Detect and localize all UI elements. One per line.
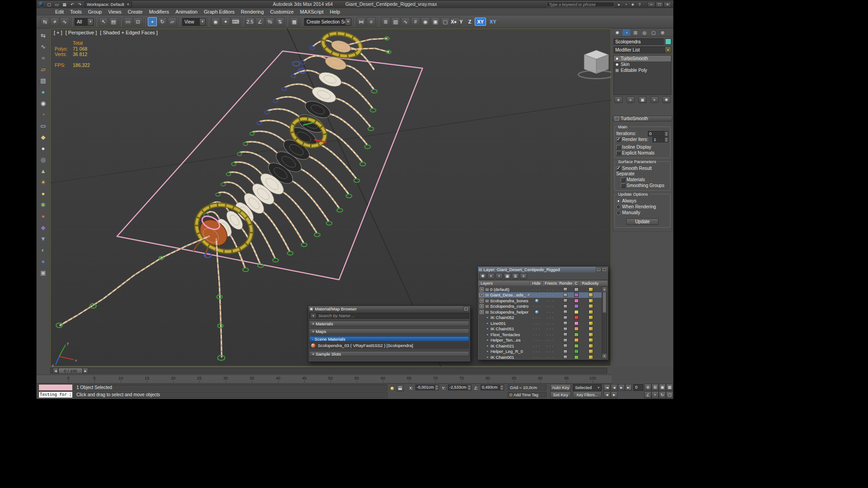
freeze-toggle[interactable]: - - -	[543, 293, 557, 296]
radiosity-toggle[interactable]	[580, 315, 602, 319]
hide-toggle[interactable]: - - -	[530, 305, 543, 308]
hide-toggle[interactable]: - - -	[530, 350, 543, 353]
communication-center-icon[interactable]: ◔	[623, 2, 629, 7]
macro-recorder-pane[interactable]	[38, 384, 73, 391]
materials-checkbox[interactable]	[621, 178, 625, 182]
freeze-toggle[interactable]: - - -	[543, 356, 557, 359]
left-toolbar-icon-20[interactable]: ◐	[39, 245, 48, 254]
hide-bulb-icon[interactable]	[535, 299, 538, 302]
layer-color-swatch[interactable]	[573, 293, 580, 297]
layer-row[interactable]: ▪Helper_Leg_R_0- - -- - -	[479, 349, 602, 355]
layer-row[interactable]: ▪Helper_Ten...es- - -- - -	[479, 338, 602, 343]
material-search-field[interactable]: ▼ Search by Name ...	[309, 313, 469, 319]
curve-editor-icon[interactable]: ∿	[401, 17, 410, 26]
select-object-icon[interactable]: ↖	[99, 17, 108, 26]
hide-toggle[interactable]: - - -	[530, 316, 543, 319]
left-toolbar-icon-21[interactable]: ●	[39, 257, 48, 266]
add-time-tag-button[interactable]: Add Time Tag	[508, 392, 547, 398]
left-toolbar-icon-11[interactable]: ●	[39, 144, 48, 153]
layer-color-swatch[interactable]	[573, 304, 580, 308]
edit-named-selection-sets-icon[interactable]: ▦	[290, 17, 299, 26]
radiosity-toggle[interactable]	[580, 299, 602, 303]
layer-row[interactable]: ▪Line001- - -- - -	[479, 320, 602, 326]
select-and-manipulate-icon[interactable]: ✦	[221, 17, 230, 26]
timeline-ruler[interactable]: 0510152025303540455055606570758085909510…	[37, 375, 612, 384]
freeze-toggle[interactable]: - - -	[543, 305, 557, 308]
object-name-field[interactable]: Scolopendra	[613, 38, 664, 45]
key-mode-dropdown[interactable]: Selected	[573, 384, 602, 391]
modify-tab-icon[interactable]: ◔	[623, 29, 630, 36]
left-toolbar-icon-16[interactable]: ✱	[39, 200, 48, 209]
layer-row[interactable]: +▤Giant_Dese...ede_R✓- - -- - -	[479, 292, 602, 298]
layer-color-swatch[interactable]	[573, 333, 580, 337]
window-crossing-icon[interactable]: ⊡	[133, 17, 142, 26]
delete-layer-icon[interactable]: ×	[487, 273, 495, 279]
maximize-button[interactable]: □	[656, 2, 663, 7]
hide-toggle[interactable]: - - -	[530, 288, 543, 291]
constraint-x-button[interactable]: X	[449, 18, 456, 26]
modifier-stack-item[interactable]: Skin	[614, 61, 671, 67]
radiosity-toggle[interactable]	[580, 287, 602, 291]
percent-snap-icon[interactable]: %	[265, 17, 274, 26]
zoom-icon[interactable]: ⊕	[644, 384, 651, 391]
freeze-toggle[interactable]: - - -	[543, 350, 557, 353]
render-toggle[interactable]	[557, 321, 573, 325]
menu-group[interactable]: Group	[85, 8, 105, 15]
layer-row[interactable]: +▤Scolopendra_bones- - -	[479, 298, 602, 304]
pan-icon[interactable]: +	[651, 391, 659, 399]
menu-help[interactable]: Help	[327, 8, 344, 15]
expand-icon[interactable]: +	[480, 304, 484, 308]
render-toggle[interactable]	[557, 333, 573, 336]
undo-icon[interactable]: ↶	[69, 1, 75, 7]
smoothing-groups-checkbox[interactable]	[621, 183, 625, 188]
hide-toggle[interactable]: - - -	[530, 333, 543, 336]
current-frame-field[interactable]: 0	[633, 384, 643, 391]
layer-dialog-titlebar[interactable]: ▤ Layer: Giant_Desert_Centipede_Rigged ?…	[478, 267, 608, 272]
zoom-extents-all-icon[interactable]: ▦	[666, 384, 673, 391]
dialog-help-button[interactable]: ?	[596, 267, 601, 272]
motion-tab-icon[interactable]: ◎	[641, 29, 648, 36]
render-toggle[interactable]	[557, 293, 573, 297]
snaps-toggle-icon[interactable]: 2.5	[245, 17, 255, 26]
select-and-scale-icon[interactable]: ▱	[168, 17, 177, 26]
layer-color-swatch[interactable]	[573, 315, 580, 319]
schematic-view-icon[interactable]: #	[411, 17, 420, 26]
scroll-down-icon[interactable]: ▼	[602, 354, 607, 358]
next-key-button[interactable]: ▶	[611, 391, 618, 398]
expand-icon[interactable]: +	[480, 299, 484, 303]
column-header-freeze[interactable]: Freeze	[543, 280, 557, 286]
render-iters-checkbox[interactable]	[616, 137, 621, 142]
make-unique-icon[interactable]: ▣	[638, 96, 646, 103]
expand-icon[interactable]: +	[480, 293, 484, 297]
configure-modifier-sets-icon[interactable]: ✱	[662, 96, 670, 103]
when-rendering-radio[interactable]	[616, 205, 621, 209]
left-toolbar-icon-3[interactable]: ≈	[39, 53, 48, 62]
menu-create[interactable]: Create	[124, 8, 146, 15]
redo-icon[interactable]: ↷	[76, 1, 83, 7]
menu-tools[interactable]: Tools	[67, 8, 85, 15]
always-radio[interactable]	[616, 199, 621, 203]
freeze-toggle[interactable]: - - -	[543, 288, 557, 291]
modifier-enable-bulb-icon[interactable]	[615, 63, 619, 66]
minimize-button[interactable]: –	[647, 2, 655, 7]
hide-toggle[interactable]: - - -	[530, 327, 543, 330]
mirror-icon[interactable]: ⋈	[357, 17, 366, 26]
layer-row[interactable]: +▤Scolopendra_helper- - -	[479, 309, 602, 315]
left-toolbar-icon-9[interactable]: ▭	[39, 121, 48, 130]
radiosity-toggle[interactable]	[580, 310, 602, 314]
manually-radio[interactable]	[616, 211, 621, 215]
close-icon[interactable]: ×	[463, 306, 469, 311]
constraint-xy-2-button[interactable]: XY	[488, 18, 498, 26]
maximize-viewport-toggle-icon[interactable]: ▢	[666, 391, 673, 399]
constraint-z-button[interactable]: Z	[467, 18, 473, 26]
rectangular-selection-icon[interactable]: ▭	[123, 17, 132, 26]
layer-properties-icon[interactable]: ≡	[520, 273, 527, 279]
layer-color-swatch[interactable]	[573, 287, 580, 291]
menu-modifiers[interactable]: Modifiers	[146, 8, 172, 15]
radiosity-toggle[interactable]	[580, 327, 602, 331]
left-toolbar-icon-10[interactable]: ◆	[39, 132, 48, 141]
render-toggle[interactable]	[557, 316, 573, 319]
zoom-extents-icon[interactable]: ▣	[659, 384, 666, 391]
use-pivot-point-icon[interactable]: ◉	[211, 17, 220, 26]
hide-toggle[interactable]: - - -	[530, 344, 543, 347]
